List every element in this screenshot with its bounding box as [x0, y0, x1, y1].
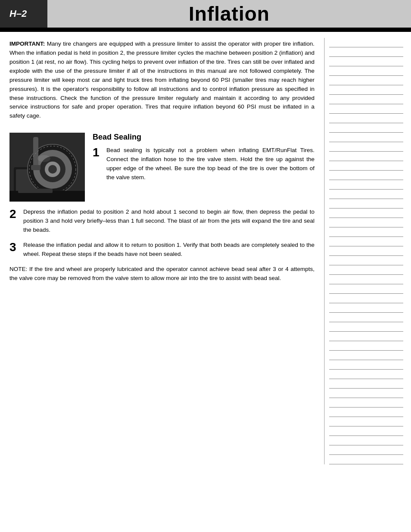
note-line [329, 284, 403, 294]
note-line [329, 180, 403, 190]
svg-rect-8 [33, 137, 38, 167]
note-line [329, 332, 403, 341]
svg-point-11 [37, 155, 50, 162]
note-line [329, 389, 403, 398]
step-3-text: Release the inflation pedal and allow it… [23, 241, 314, 259]
note-line [329, 47, 403, 57]
note-line [329, 426, 403, 436]
svg-rect-9 [31, 165, 40, 170]
header-title-box: Inflation [47, 0, 411, 28]
note-line [329, 142, 403, 152]
step-2-number: 2 [9, 208, 20, 221]
note-line [329, 303, 403, 313]
note-line [329, 360, 403, 370]
step-2-text: Depress the inflation pedal to position … [23, 208, 314, 235]
tire-graphic [9, 133, 85, 202]
bead-sealing-section: Bead Sealing 1 Bead sealing is typically… [9, 133, 314, 283]
step-1-number: 1 [93, 146, 103, 159]
note-line [329, 38, 403, 47]
note-line [329, 246, 403, 256]
note-line [329, 171, 403, 180]
step-3: 3 Release the inflation pedal and allow … [9, 241, 314, 259]
tire-svg [9, 133, 85, 202]
note-line [329, 208, 403, 218]
note-line [329, 237, 403, 246]
note-line [329, 104, 403, 114]
note-paragraph: NOTE: If the tire and wheel are properly… [9, 265, 314, 283]
note-line [329, 379, 403, 389]
step-1-text: Bead sealing is typically not a problem … [106, 146, 314, 182]
note-line [329, 85, 403, 95]
svg-rect-13 [18, 189, 53, 193]
note-line [329, 190, 403, 199]
note-line [329, 370, 403, 379]
svg-point-7 [48, 165, 57, 174]
header: H–2 Inflation [0, 0, 411, 29]
bead-sealing-row: Bead Sealing 1 Bead sealing is typically… [9, 133, 314, 202]
note-line [329, 275, 403, 284]
note-line [329, 322, 403, 332]
note-line [329, 398, 403, 408]
note-line [329, 199, 403, 208]
note-line [329, 152, 403, 161]
note-line [329, 341, 403, 351]
note-line [329, 95, 403, 104]
page-title: Inflation [189, 2, 270, 25]
note-line [329, 256, 403, 265]
bead-sealing-heading: Bead Sealing [93, 133, 314, 142]
important-paragraph: IMPORTANT: Many tire changers are equipp… [9, 40, 314, 121]
note-line [329, 76, 403, 85]
step-3-number: 3 [9, 241, 20, 254]
note-line [329, 417, 403, 426]
step-2: 2 Depress the inflation pedal to positio… [9, 208, 314, 235]
note-line [329, 265, 403, 275]
page: H–2 Inflation IMPORTANT: Many tire chang… [0, 0, 411, 532]
content-area: IMPORTANT: Many tire changers are equipp… [0, 32, 411, 470]
note-line [329, 455, 403, 464]
note-line [329, 351, 403, 360]
important-text: Many tire changers are equipped with a p… [9, 40, 314, 119]
section-label: H–2 [0, 0, 47, 28]
notes-column [325, 32, 411, 470]
note-line [329, 133, 403, 142]
note-line [329, 57, 403, 66]
main-column: IMPORTANT: Many tire changers are equipp… [0, 32, 324, 470]
note-line [329, 313, 403, 322]
note-line [329, 114, 403, 123]
tire-image [9, 133, 85, 202]
note-line [329, 123, 403, 133]
note-line [329, 66, 403, 76]
note-line [329, 445, 403, 455]
step-1: 1 Bead sealing is typically not a proble… [93, 146, 314, 182]
note-line [329, 161, 403, 171]
note-line [329, 408, 403, 417]
note-line [329, 294, 403, 303]
bead-right-column: Bead Sealing 1 Bead sealing is typically… [93, 133, 314, 202]
important-label: IMPORTANT: [9, 40, 45, 47]
note-line [329, 227, 403, 237]
note-line [329, 218, 403, 227]
note-line [329, 436, 403, 445]
